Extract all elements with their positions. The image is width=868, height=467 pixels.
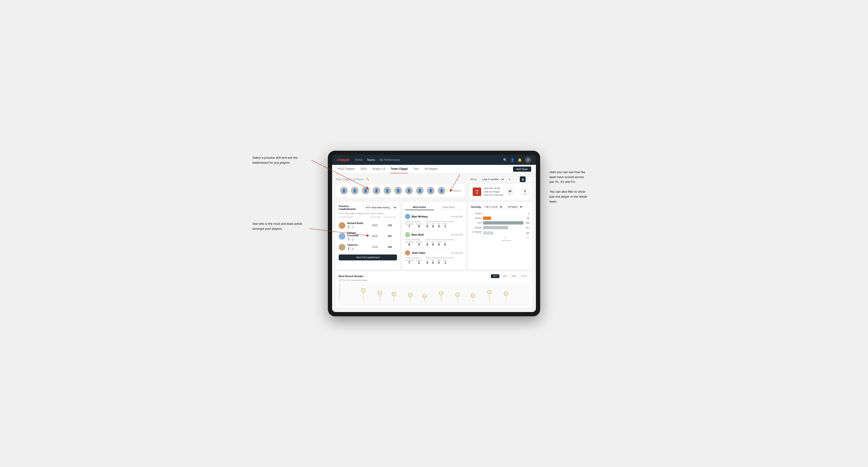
active-rounds-1: Total Rounds Tournament 7 Practice — [405, 220, 463, 228]
streaks-tab-ott[interactable]: OTT — [491, 274, 499, 278]
medal-2: 🥈 — [347, 238, 350, 241]
content-area: Team Clippd | 14 Players ✏️ Show: Last 3… — [332, 174, 536, 312]
nav-home[interactable]: Home — [355, 158, 363, 162]
add-team-button[interactable]: Add Team — [513, 166, 531, 172]
player-avatar-8[interactable]: 👤 — [415, 186, 424, 195]
player-thumb-1 — [339, 222, 345, 229]
tab-least-active[interactable]: Least Active — [434, 205, 463, 210]
scoring-header: Scoring Par 3, 4 & 5s All Players — [471, 205, 529, 209]
shot-card: 198 yd Shot Dist: 16 yds Start Lie: Roug… — [469, 184, 532, 199]
streak-circle-3: 6x — [392, 292, 396, 296]
view-leaderboard-button[interactable]: View Full Leaderboard — [339, 254, 397, 260]
nav-performance[interactable]: My Performance — [379, 158, 400, 162]
chart-val-pars: 499 — [526, 222, 529, 224]
show-label: Show: — [470, 178, 477, 181]
practice-activities-1: Total Practice Activities OTT0 APP0 ARG0… — [426, 220, 454, 228]
chart-val-eagles: 3 — [528, 212, 529, 215]
chart-bar-wrap-dbogeys — [483, 231, 523, 235]
player-avatar-4[interactable]: 👤 — [372, 186, 381, 195]
chart-x-label: Total Shots — [471, 239, 529, 242]
player-avatar-3[interactable]: 👤 — [361, 186, 370, 195]
chart-x-axis: 0 200 400 — [471, 237, 529, 239]
bell-icon[interactable]: 🔔 — [518, 158, 522, 162]
player-avatar-10[interactable]: 👤 — [437, 186, 446, 195]
player-avatar-5[interactable]: 👤 — [383, 186, 392, 195]
player-thumb-2 — [339, 233, 345, 240]
team-header: Team Clippd | 14 Players ✏️ Show: Last 3… — [336, 177, 532, 182]
show-select[interactable]: Last 3 months — [479, 177, 505, 182]
streak-point-4: 5x — [408, 293, 412, 302]
streak-point-1: 7x — [361, 288, 365, 302]
leaderboard-subtitle: PUTT Must Make Putting (3-6 ft), Last 3 … — [339, 212, 397, 215]
player-avatar-6[interactable]: 👤 — [394, 186, 402, 195]
tab-most-active[interactable]: Most Active — [405, 205, 434, 210]
nav-icons: 🔍 👤 🔔 A — [503, 157, 531, 163]
leaderboard-table-header: PLAYER NAME PB SCORE PB AVG SQ — [339, 216, 397, 219]
chart-row-dbogeys: D. Bogeys + 131 — [471, 231, 529, 236]
shot-distance-box: 198 yd — [473, 187, 481, 196]
active-player-row-1: Blair McHarg 26 Aug 2023 Total Rounds To — [405, 212, 463, 230]
subnav-teamclippd[interactable]: Team Clippd — [390, 165, 408, 173]
user-icon[interactable]: 👤 — [510, 158, 515, 162]
streak-circle-5: 5x — [423, 294, 427, 299]
player-name-3: Cameron... — [347, 244, 360, 246]
lb-score-1: 19/20 — [368, 224, 382, 227]
player-avatar-9[interactable]: 👤 — [427, 186, 435, 195]
lb-avg-2: 107 — [383, 235, 397, 238]
nav-teams[interactable]: Teams — [367, 158, 375, 162]
avatar[interactable]: A — [525, 157, 531, 163]
subnav-tour[interactable]: Tour — [413, 165, 419, 173]
drill-select[interactable]: PUTT Must Make Putting... — [363, 206, 397, 210]
annotation-bottom-left: See who is the most and least active amo… — [252, 221, 309, 231]
lb-avg-1: 110 — [383, 224, 397, 227]
active-avatar-2 — [405, 232, 410, 237]
lb-avg-3: 103 — [383, 246, 397, 248]
streaks-tab-putt[interactable]: PUTT — [520, 274, 530, 278]
player-avatar-1[interactable]: 👤 — [340, 186, 348, 195]
active-players-card: Most Active Least Active Blair McHarg 26… — [402, 202, 466, 269]
active-player-name-1: Blair McHarg — [405, 214, 428, 219]
subnav-hcaps[interactable]: Hcaps 1-5 — [372, 165, 385, 173]
streak-point-10: 3x — [504, 291, 508, 302]
sort-btn[interactable]: ↕ — [526, 177, 532, 182]
subnav-allplayers[interactable]: All Players — [424, 165, 438, 173]
streak-stem-5 — [425, 299, 425, 302]
active-player-header-2: Rees Britt 02 Sep 2023 — [405, 232, 463, 237]
active-player-name-2: Rees Britt — [405, 232, 424, 237]
main-cols: Practice Leaderboards PUTT Must Make Put… — [336, 202, 532, 269]
player-avatar-7[interactable]: 👤 — [405, 186, 413, 195]
subnav-pga[interactable]: PGA — [360, 165, 367, 173]
par-filter[interactable]: Par 3, 4 & 5s — [483, 205, 503, 209]
streak-point-3: 6x — [392, 292, 396, 302]
streak-circle-6: 4x — [439, 291, 443, 295]
streak-circle-2: 6x — [378, 290, 382, 295]
sub-nav: PGAT Players PGA Hcaps 1-5 Team Clippd T… — [332, 165, 536, 174]
player-info-1: Richard Butler 🥇 1 — [339, 222, 367, 229]
grid-view-btn[interactable]: ⊞ — [507, 177, 512, 182]
streak-point-5: 5x — [423, 294, 427, 302]
players-row: 👤 👤 👤 👤 👤 👤 👤 👤 👤 👤 Players — [336, 184, 465, 197]
streaks-tab-app[interactable]: APP — [500, 274, 509, 278]
chart-label-pars: Pars — [471, 222, 482, 224]
edit-icon[interactable]: ✏️ — [366, 178, 370, 181]
chart-row-bogeys: Bogeys 311 — [471, 226, 529, 229]
chart-row-eagles: Eagles 3 — [471, 212, 529, 215]
subnav-pgat[interactable]: PGAT Players — [337, 165, 355, 173]
list-view-btn[interactable]: ≡ — [513, 177, 519, 182]
streaks-tab-arg[interactable]: ARG — [510, 274, 519, 278]
shot-circle-1: 16 yds — [506, 188, 514, 195]
search-icon[interactable]: 🔍 — [503, 158, 507, 162]
view-icons: ⊞ ≡ ▦ ↕ — [507, 177, 532, 182]
chart-bar-birdies — [483, 217, 491, 220]
streak-circle-8: 4x — [471, 293, 475, 298]
chart-val-dbogeys: 131 — [526, 232, 529, 234]
streak-circle-9: 3x — [487, 290, 492, 294]
chart-val-bogeys: 311 — [526, 226, 529, 229]
annotation-top-left: Select a practice drill and see the lead… — [252, 155, 311, 165]
leaderboard-title: Practice Leaderboards — [339, 205, 363, 210]
shot-circle-2: 0 yds — [521, 188, 529, 195]
player-avatar-2[interactable]: 👤 — [350, 186, 359, 195]
streak-stem-2 — [380, 295, 380, 302]
card-view-btn[interactable]: ▦ — [520, 177, 526, 182]
player-filter[interactable]: All Players — [505, 205, 523, 209]
